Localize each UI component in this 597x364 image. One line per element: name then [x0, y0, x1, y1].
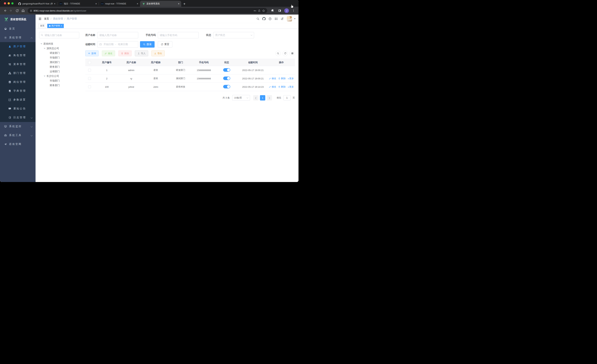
sidebar-item-notice[interactable]: 通知公告 — [0, 104, 36, 113]
maximize-window-button[interactable] — [11, 2, 14, 4]
chrome-menu-icon[interactable] — [291, 8, 296, 13]
minimize-window-button[interactable] — [8, 2, 10, 4]
add-button[interactable]: 新增 — [85, 50, 99, 56]
browser-tab-ruoyi-active[interactable]: 若依管理系统 × — [140, 1, 181, 7]
forward-button[interactable] — [8, 8, 14, 13]
tab-close-icon[interactable]: × — [95, 2, 97, 5]
font-size-icon[interactable] — [281, 17, 284, 20]
sidebar-item-ruoyi-website[interactable]: 若依官网 — [0, 140, 36, 149]
tree-node[interactable]: 市场部门 — [39, 55, 80, 60]
sidebar-fold-icon[interactable] — [38, 17, 42, 20]
browser-tab-github[interactable]: yangzongzhuan/RuoYi-Vue: (R × — [16, 1, 57, 7]
row-edit-link[interactable]: 修改 — [269, 77, 276, 80]
tree-node[interactable]: 市场部门 — [39, 78, 80, 83]
tag-close-icon[interactable]: × — [61, 25, 62, 27]
select-all-checkbox[interactable] — [88, 61, 91, 64]
home-button[interactable] — [21, 8, 26, 13]
sidebar-item-role-management[interactable]: 角色管理 — [0, 51, 36, 60]
current-page[interactable]: 1 — [260, 95, 265, 101]
next-page-button[interactable]: ❯ — [267, 95, 272, 101]
row-edit-link[interactable]: 修改 — [269, 85, 276, 88]
status-toggle[interactable] — [223, 77, 230, 80]
row-checkbox[interactable] — [88, 85, 91, 88]
lock-icon[interactable] — [30, 10, 32, 12]
reload-button[interactable] — [15, 8, 20, 13]
sidebar-item-system-management[interactable]: 系统管理 — [0, 33, 36, 42]
sidebar-item-system-monitor[interactable]: 系统监控 — [0, 122, 36, 131]
tree-node[interactable]: 深圳总公司 — [39, 46, 80, 51]
sidebar-item-user-management[interactable]: 用户管理 — [0, 42, 36, 51]
refresh-button[interactable] — [283, 51, 288, 56]
caret-down-icon[interactable] — [40, 43, 42, 44]
help-icon[interactable] — [268, 17, 272, 20]
sidebar-item-home[interactable]: 首页 — [0, 24, 36, 33]
prev-page-button[interactable]: ❮ — [253, 95, 259, 101]
sidebar-item-param-settings[interactable]: 参数设置 — [0, 95, 36, 104]
sidebar-item-log-management[interactable]: 日志管理 — [0, 113, 36, 122]
new-tab-button[interactable]: + — [183, 2, 186, 6]
start-date[interactable]: 开始日期 — [104, 43, 114, 46]
tree-node[interactable]: 财务部门 — [39, 65, 80, 69]
row-more-link[interactable]: »更多 — [288, 85, 294, 88]
phone-input[interactable] — [158, 32, 199, 38]
sidebar-item-menu-management[interactable]: 菜单管理 — [0, 60, 36, 69]
github-icon[interactable] — [262, 17, 266, 20]
export-button[interactable]: 导出 — [151, 50, 165, 56]
app-logo[interactable]: 若依管理系统 — [0, 15, 36, 24]
status-toggle[interactable] — [223, 68, 230, 72]
date-range-picker[interactable]: 开始日期 - 结束日期 — [97, 41, 138, 47]
columns-grid-button[interactable] — [290, 51, 295, 56]
share-icon[interactable] — [258, 9, 261, 12]
username-input[interactable] — [97, 32, 138, 38]
reset-button[interactable]: 重置 — [158, 41, 172, 47]
tree-node[interactable]: 测试部门 — [39, 60, 80, 65]
window-controls[interactable] — [4, 2, 14, 4]
chrome-profile-avatar[interactable]: J — [284, 8, 289, 13]
edit-button[interactable]: 修改 — [102, 50, 115, 56]
tree-node[interactable]: 研发部门 — [39, 51, 80, 55]
tag-home[interactable]: 首页 — [38, 24, 46, 28]
status-toggle[interactable] — [223, 85, 230, 88]
bookmark-star-icon[interactable] — [262, 9, 265, 12]
sidebar-item-system-tools[interactable]: 系统工具 — [0, 131, 36, 140]
tab-close-icon[interactable]: × — [178, 2, 180, 5]
delete-button[interactable]: 删除 — [118, 50, 132, 56]
row-delete-link[interactable]: 删除 — [278, 85, 285, 88]
toggle-search-button[interactable] — [275, 51, 281, 56]
tree-node[interactable]: 运维部门 — [39, 69, 80, 74]
caret-down-icon[interactable] — [44, 76, 46, 77]
tree-node[interactable]: 若依科技 — [39, 42, 80, 46]
close-window-button[interactable] — [4, 2, 6, 4]
page-size-select[interactable]: 10条/页 — [232, 95, 250, 101]
tree-node[interactable]: 长沙分公司 — [39, 74, 80, 78]
end-date[interactable]: 结束日期 — [118, 43, 128, 46]
back-button[interactable] — [2, 8, 8, 13]
address-bar[interactable]: 8081-rouyi-vue-demo.cloud.titanide.cn/sy… — [28, 8, 267, 13]
fullscreen-icon[interactable] — [275, 17, 278, 20]
tab-close-icon[interactable]: × — [137, 2, 138, 5]
caret-down-icon[interactable] — [44, 48, 46, 49]
sidebar-item-dict-management[interactable]: 字典管理 — [0, 86, 36, 95]
row-checkbox[interactable] — [88, 69, 91, 71]
row-more-link[interactable]: »更多 — [288, 77, 294, 80]
side-panel-icon[interactable] — [277, 8, 282, 13]
import-button[interactable]: 导入 — [135, 50, 148, 56]
user-avatar[interactable] — [287, 16, 292, 22]
tag-user-management[interactable]: 用户管理 × — [47, 24, 64, 28]
status-select[interactable]: 用户状态 — [213, 32, 254, 38]
dept-search-input[interactable] — [39, 32, 79, 38]
sidebar-item-dept-management[interactable]: 部门管理 — [0, 69, 36, 77]
browser-tab-rouyi-vue[interactable]: <t> rouyi-vue - TITANIDE × — [99, 1, 140, 7]
caret-down-icon[interactable] — [294, 18, 296, 19]
breadcrumb-home[interactable]: 首页 — [44, 17, 49, 20]
goto-page-input[interactable] — [283, 95, 291, 101]
password-key-icon[interactable] — [253, 9, 256, 12]
extensions-puzzle-icon[interactable] — [270, 8, 275, 13]
row-checkbox[interactable] — [88, 77, 91, 80]
header-search-icon[interactable] — [256, 17, 259, 20]
tab-close-icon[interactable]: × — [54, 2, 55, 5]
browser-tab-titanide-project[interactable]: <t> 项目 - TITANIDE × — [57, 1, 99, 7]
sidebar-item-post-management[interactable]: 岗位管理 — [0, 77, 36, 86]
search-button[interactable]: 搜索 — [140, 41, 155, 47]
row-delete-link[interactable]: 删除 — [278, 77, 285, 80]
